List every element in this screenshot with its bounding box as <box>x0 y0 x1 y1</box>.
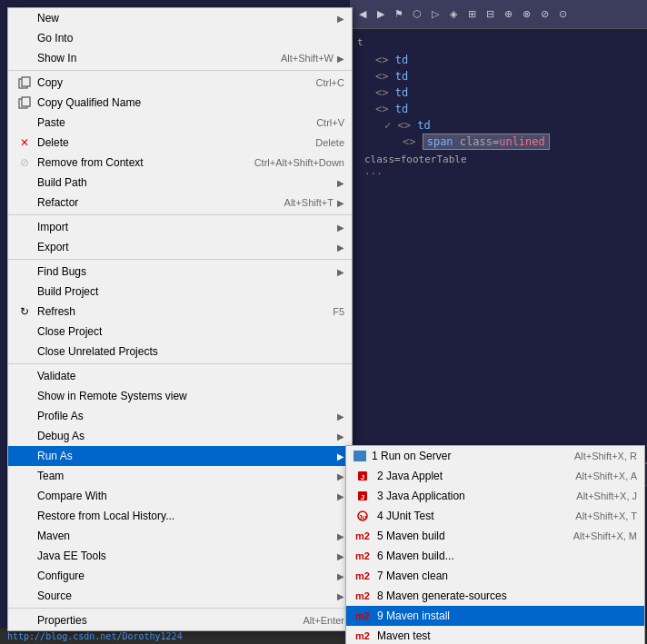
menu-item-properties[interactable]: PropertiesAlt+Enter <box>8 610 352 630</box>
menu-icon-22 <box>15 467 34 485</box>
menu-icon-18 <box>15 387 34 405</box>
submenu-item-1-run-on-server[interactable]: 1 Run on ServerAlt+Shift+X, R <box>346 446 644 466</box>
toolbar-icon-11[interactable]: ⊘ <box>536 6 552 23</box>
submenu-icon-3: Ju <box>353 507 372 525</box>
menu-label-12: Find Bugs <box>37 265 333 278</box>
editor-breadcrumb: t <box>357 36 640 48</box>
menu-item-compare-with[interactable]: Compare With▶ <box>8 486 352 506</box>
menu-shortcut-29: Alt+Enter <box>303 615 344 626</box>
menu-item-show-in-remote-systems-view[interactable]: Show in Remote Systems view <box>8 386 352 406</box>
menu-item-debug-as[interactable]: Debug As▶ <box>8 426 352 446</box>
submenu-icon-0 <box>353 451 366 461</box>
menu-item-go-into[interactable]: Go Into <box>8 28 352 48</box>
submenu-item-maven-test[interactable]: m2Maven test <box>346 626 644 644</box>
editor-line-1: <> td <box>357 52 640 68</box>
menu-icon-21 <box>15 447 34 465</box>
highlight-span: span class=unlined <box>423 134 550 150</box>
menu-item-maven[interactable]: Maven▶ <box>8 526 352 546</box>
menu-item-copy[interactable]: CopyCtrl+C <box>8 73 352 93</box>
submenu-item-4-junit-test[interactable]: Ju4 JUnit TestAlt+Shift+X, T <box>346 506 644 526</box>
menu-item-build-path[interactable]: Build Path▶ <box>8 173 352 193</box>
menu-arrow-20: ▶ <box>337 431 344 441</box>
submenu-shortcut-0: Alt+Shift+X, R <box>574 451 637 461</box>
toolbar-icon-7[interactable]: ⊞ <box>463 6 480 23</box>
menu-item-import[interactable]: Import▶ <box>8 217 352 237</box>
menu-label-24: Restore from Local History... <box>37 510 344 522</box>
menu-label-15: Close Project <box>37 325 344 338</box>
menu-label-19: Profile As <box>37 410 333 422</box>
menu-item-configure[interactable]: Configure▶ <box>8 566 352 586</box>
submenu-label-0: 1 Run on Server <box>372 450 565 462</box>
menu-icon-17 <box>15 367 34 385</box>
submenu-item-3-java-application[interactable]: J3 Java ApplicationAlt+Shift+X, J <box>346 486 644 506</box>
toolbar-icon-1[interactable]: ◀ <box>354 6 371 23</box>
menu-icon-15 <box>15 322 34 341</box>
menu-item-team[interactable]: Team▶ <box>8 466 352 486</box>
menu-item-export[interactable]: Export▶ <box>8 237 352 257</box>
menu-item-validate[interactable]: Validate <box>8 366 352 386</box>
menu-item-restore-from-local-history[interactable]: Restore from Local History... <box>8 506 352 526</box>
toolbar-icon-3[interactable]: ⚑ <box>391 6 407 23</box>
submenu-icon-9: m2 <box>353 627 372 644</box>
menu-item-refactor[interactable]: RefactorAlt+Shift+T▶ <box>8 193 352 213</box>
submenu-label-3: 4 JUnit Test <box>377 510 566 522</box>
submenu-label-2: 3 Java Application <box>377 490 567 502</box>
submenu-label-4: 5 Maven build <box>377 530 564 542</box>
submenu-item-7-maven-clean[interactable]: m27 Maven clean <box>346 566 644 586</box>
menu-item-close-project[interactable]: Close Project <box>8 322 352 342</box>
menu-item-build-project[interactable]: Build Project <box>8 282 352 302</box>
submenu-icon-7: m2 <box>353 587 372 605</box>
menu-label-22: Team <box>37 470 333 482</box>
menu-arrow-0: ▶ <box>337 14 344 24</box>
menu-icon-29 <box>15 611 34 629</box>
toolbar-icon-4[interactable]: ⬡ <box>409 6 425 23</box>
menu-arrow-27: ▶ <box>337 571 344 581</box>
menu-icon-20 <box>15 427 34 445</box>
menu-item-close-unrelated-projects[interactable]: Close Unrelated Projects <box>8 342 352 362</box>
menu-shortcut-2: Alt+Shift+W <box>281 53 333 64</box>
menu-icon-1 <box>15 29 34 47</box>
submenu-item-5-maven-build[interactable]: m25 Maven buildAlt+Shift+X, M <box>346 526 644 546</box>
menu-item-show-in[interactable]: Show InAlt+Shift+W▶ <box>8 48 352 68</box>
submenu-item-2-java-applet[interactable]: J2 Java AppletAlt+Shift+X, A <box>346 466 644 486</box>
submenu-label-9: Maven test <box>377 629 637 642</box>
toolbar-icon-5[interactable]: ▷ <box>427 6 443 23</box>
menu-separator-28 <box>8 608 352 609</box>
menu-icon-11 <box>15 238 34 256</box>
menu-label-1: Go Into <box>37 32 344 45</box>
toolbar-icon-2[interactable]: ▶ <box>373 6 389 23</box>
toolbar-icon-12[interactable]: ⊙ <box>554 6 571 23</box>
menu-item-delete[interactable]: ✕DeleteDelete <box>8 133 352 153</box>
submenu-item-9-maven-install[interactable]: m29 Maven install <box>346 606 644 626</box>
menu-item-new[interactable]: New▶ <box>8 8 352 28</box>
menu-icon-24 <box>15 507 34 525</box>
toolbar-icon-10[interactable]: ⊗ <box>518 6 534 23</box>
toolbar-icon-6[interactable]: ◈ <box>445 6 462 23</box>
menu-item-remove-from-context[interactable]: ⊘Remove from ContextCtrl+Alt+Shift+Down <box>8 153 352 173</box>
menu-label-28: Source <box>37 590 333 602</box>
menu-item-copy-qualified-name[interactable]: Copy Qualified Name <box>8 93 352 113</box>
menu-arrow-8: ▶ <box>337 178 344 188</box>
toolbar-icon-9[interactable]: ⊕ <box>500 6 516 23</box>
menu-item-source[interactable]: Source▶ <box>8 586 352 606</box>
menu-item-paste[interactable]: PasteCtrl+V <box>8 113 352 133</box>
menu-shortcut-14: F5 <box>333 306 344 317</box>
svg-text:J: J <box>361 473 364 481</box>
menu-item-run-as[interactable]: Run As▶ <box>8 446 352 466</box>
menu-label-17: Validate <box>37 370 344 382</box>
menu-item-refresh[interactable]: ↻RefreshF5 <box>8 302 352 322</box>
menu-item-find-bugs[interactable]: Find Bugs▶ <box>8 262 352 282</box>
menu-label-29: Properties <box>37 614 284 627</box>
toolbar-icon-8[interactable]: ⊟ <box>482 6 498 23</box>
submenu-item-6-maven-build[interactable]: m26 Maven build... <box>346 546 644 566</box>
menu-item-java-ee-tools[interactable]: Java EE Tools▶ <box>8 546 352 566</box>
editor-attr-line: class=footerTable <box>357 154 640 165</box>
submenu-item-8-maven-generate-sources[interactable]: m28 Maven generate-sources <box>346 586 644 606</box>
menu-arrow-26: ▶ <box>337 551 344 561</box>
menu-item-profile-as[interactable]: Profile As▶ <box>8 406 352 426</box>
menu-label-25: Maven <box>37 530 333 542</box>
submenu-icon-2: J <box>353 487 372 505</box>
submenu-icon-1: J <box>353 467 372 485</box>
menu-icon-16 <box>15 342 34 361</box>
menu-icon-5 <box>15 114 34 132</box>
